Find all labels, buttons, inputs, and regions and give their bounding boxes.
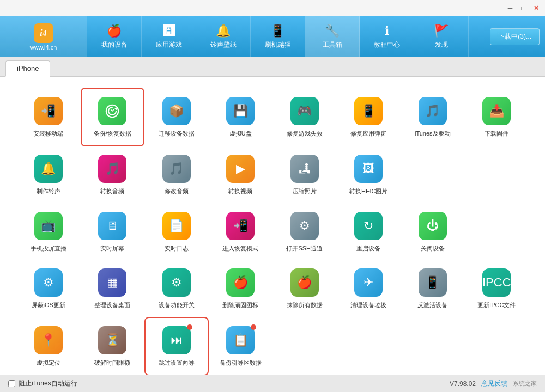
tool-label-shutdown-device: 关闭设备 [421, 244, 445, 252]
tool-icon-fix-game: 🎮 [290, 97, 319, 125]
tool-item-block-ios-update[interactable]: ⚙ 屏蔽iOS更新 [16, 260, 81, 317]
tool-item-compress-photo[interactable]: 🏞 压缩照片 [272, 146, 337, 203]
logo-url: www.i4.cn [30, 44, 57, 51]
itunes-label: 阻止iTunes自动运行 [19, 379, 77, 388]
tool-label-convert-heic: 转换HEIC图片 [349, 187, 387, 195]
tab-iphone[interactable]: iPhone [5, 60, 50, 77]
tool-item-break-time-limit[interactable]: ⏳ 破解时间限额 [81, 317, 145, 375]
main-content: 📲 安装移动端 备份/恢复数据 📦 迁移设备数据 💾 虚拟U盘 🎮 修复游戏失效… [0, 77, 545, 375]
tool-label-itunes-driver: iTunes及驱动 [415, 130, 451, 137]
tool-icon-convert-video: ▶ [226, 155, 255, 183]
tool-label-realtime-log: 实时日志 [165, 244, 189, 252]
tool-icon-organize-desktop: ▦ [98, 268, 126, 297]
tool-label-backup-guide: 备份引导区数据 [220, 359, 262, 366]
tool-label-screen-cast: 手机投屏直播 [31, 244, 66, 252]
tool-item-recovery-mode[interactable]: 📲 进入恢复模式 [209, 204, 273, 260]
tool-label-deactivate: 反激活设备 [417, 301, 447, 309]
tool-label-organize-desktop: 整理设备桌面 [94, 301, 130, 309]
tool-item-convert-video[interactable]: ▶ 转换视频 [209, 146, 273, 203]
tool-item-open-ssh[interactable]: ⚙ 打开SSH通道 [272, 204, 337, 260]
tool-item-convert-heic[interactable]: 🖼 转换HEIC图片 [337, 146, 401, 203]
tool-item-install-mobile[interactable]: 📲 安装移动端 [16, 88, 81, 146]
tool-icon-delete-stubborn-icon: 🍎 [226, 268, 255, 297]
watermark-text: 系统之家 [513, 379, 537, 388]
tool-item-download-firmware[interactable]: 📥 下载固件 [465, 88, 529, 146]
tool-label-device-func-switch: 设备功能开关 [159, 301, 195, 309]
tool-item-device-func-switch[interactable]: ⚙ 设备功能开关 [144, 260, 209, 317]
tool-icon-recovery-mode: 📲 [226, 212, 255, 240]
tool-icon-restart-device: ↻ [354, 212, 383, 240]
minimize-icon[interactable]: ─ [506, 4, 514, 13]
tool-item-restart-device[interactable]: ↻ 重启设备 [337, 204, 401, 260]
tool-icon-virtual-udisk: 💾 [226, 97, 255, 125]
tool-item-migrate-data[interactable]: 📦 迁移设备数据 [144, 88, 209, 146]
itunes-checkbox[interactable] [8, 380, 15, 387]
tool-icon-backup-restore [98, 97, 126, 125]
tool-icon-skip-setup: ⏭ [162, 326, 191, 354]
nav-item-app-game[interactable]: 🅰 应用游戏 [142, 16, 196, 57]
tool-item-realtime-log[interactable]: 📄 实时日志 [144, 204, 209, 260]
nav-label-discover: 发现 [435, 40, 448, 50]
tabbar: iPhone [0, 57, 545, 77]
tool-item-convert-audio[interactable]: 🎵 转换音频 [81, 146, 145, 203]
tool-icon-open-ssh: ⚙ [290, 212, 319, 240]
tool-icon-convert-audio: 🎵 [98, 155, 126, 183]
window-controls: ─ □ ✕ [506, 4, 541, 13]
maximize-icon[interactable]: □ [519, 4, 528, 13]
tool-item-deactivate[interactable]: 📱 反激活设备 [401, 260, 465, 317]
tool-icon-itunes-driver: 🎵 [419, 97, 447, 125]
tool-item-virtual-udisk[interactable]: 💾 虚拟U盘 [209, 88, 273, 146]
tool-icon-deactivate: 📱 [419, 268, 447, 297]
nav-item-my-device[interactable]: 🍎 我的设备 [87, 16, 142, 57]
tool-item-real-screen[interactable]: 🖥 实时屏幕 [81, 204, 145, 260]
download-button[interactable]: 下载中(3)... [490, 28, 540, 45]
tool-icon-device-func-switch: ⚙ [162, 268, 191, 297]
tool-label-block-ios-update: 屏蔽iOS更新 [32, 301, 65, 309]
nav-label-app-game: 应用游戏 [156, 40, 182, 50]
tool-label-real-screen: 实时屏幕 [100, 244, 124, 252]
tool-item-screen-cast[interactable]: 📺 手机投屏直播 [16, 204, 81, 260]
tool-item-fix-game[interactable]: 🎮 修复游戏失效 [272, 88, 337, 146]
tool-item-backup-restore[interactable]: 备份/恢复数据 [81, 88, 145, 146]
tool-icon-block-ios-update: ⚙ [34, 268, 63, 297]
tool-item-update-ipcc[interactable]: IPCC 更新IPCC文件 [465, 260, 529, 317]
tool-label-migrate-data: 迁移设备数据 [159, 130, 195, 137]
close-icon[interactable]: ✕ [532, 4, 541, 13]
tool-icon-migrate-data: 📦 [162, 97, 191, 125]
tool-item-backup-guide[interactable]: 📋 备份引导区数据 [209, 317, 273, 375]
version-text: V7.98.02 [450, 380, 476, 388]
nav-label-my-device: 我的设备 [101, 40, 128, 50]
tool-item-organize-desktop[interactable]: ▦ 整理设备桌面 [81, 260, 145, 317]
tool-icon-install-mobile: 📲 [34, 97, 63, 125]
tool-item-fake-location[interactable]: 📍 虚拟定位 [16, 317, 81, 375]
nav-icon-app-game: 🅰 [163, 24, 175, 38]
nav-item-discover[interactable]: 🚩 发现 [414, 16, 469, 57]
tool-icon-make-ringtone: 🔔 [34, 155, 63, 183]
nav-item-ringtone[interactable]: 🔔 铃声壁纸 [196, 16, 251, 57]
tool-label-recovery-mode: 进入恢复模式 [222, 244, 258, 252]
tool-label-clean-junk: 清理设备垃圾 [350, 301, 386, 309]
tool-label-make-ringtone: 制作铃声 [37, 187, 60, 195]
tool-icon-screen-cast: 📺 [34, 212, 63, 240]
nav-right: 下载中(3)... [490, 28, 545, 45]
tool-grid: 📲 安装移动端 备份/恢复数据 📦 迁移设备数据 💾 虚拟U盘 🎮 修复游戏失效… [16, 88, 529, 375]
tool-item-fix-app-popup[interactable]: 📱 修复应用弹窗 [337, 88, 401, 146]
nav-label-ringtone: 铃声壁纸 [210, 40, 237, 50]
tool-item-edit-audio[interactable]: 🎵 修改音频 [144, 146, 209, 203]
tool-label-install-mobile: 安装移动端 [33, 130, 63, 137]
tool-label-compress-photo: 压缩照片 [293, 187, 317, 195]
tool-item-wipe-all-data[interactable]: 🍎 抹除所有数据 [272, 260, 337, 317]
tool-item-skip-setup[interactable]: ⏭ 跳过设置向导 [144, 317, 209, 375]
tool-item-itunes-driver[interactable]: 🎵 iTunes及驱动 [401, 88, 465, 146]
tool-item-delete-stubborn-icon[interactable]: 🍎 删除顽固图标 [209, 260, 273, 317]
feedback-button[interactable]: 意见反馈 [481, 379, 507, 388]
nav-item-toolbox[interactable]: 🔧 工具箱 [305, 16, 360, 57]
nav-icon-my-device: 🍎 [107, 24, 122, 38]
tool-item-make-ringtone[interactable]: 🔔 制作铃声 [16, 146, 81, 203]
nav-item-tutorial[interactable]: ℹ 教程中心 [360, 16, 414, 57]
nav-icon-jailbreak: 📱 [270, 24, 285, 38]
tool-item-shutdown-device[interactable]: ⏻ 关闭设备 [401, 204, 465, 260]
nav-item-jailbreak[interactable]: 📱 刷机越狱 [251, 16, 305, 57]
titlebar: ─ □ ✕ [0, 0, 545, 16]
tool-item-clean-junk[interactable]: ✈ 清理设备垃圾 [337, 260, 401, 317]
